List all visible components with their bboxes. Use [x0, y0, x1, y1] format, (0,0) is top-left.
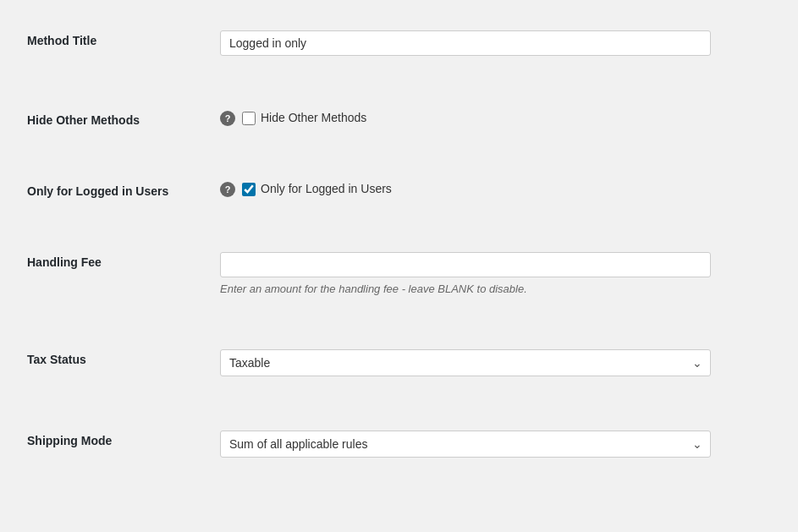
shipping-mode-input-cell: Sum of all applicable rules Minimum Maxi…	[206, 417, 778, 471]
handling-fee-description: Enter an amount for the handling fee - l…	[220, 282, 771, 295]
only-logged-in-help-icon[interactable]: ?	[220, 182, 235, 197]
hide-other-methods-row: Hide Other Methods ? Hide Other Methods	[20, 96, 778, 140]
only-logged-in-input-cell: ? Only for Logged in Users	[206, 167, 778, 211]
hide-other-methods-help-icon[interactable]: ?	[220, 111, 235, 126]
only-logged-in-checkbox-label[interactable]: Only for Logged in Users	[242, 181, 392, 198]
tax-status-select-wrapper: Taxable None ⌄	[220, 349, 711, 376]
hide-other-methods-label: Hide Other Methods	[20, 96, 206, 140]
settings-form: Method Title Hide Other Methods ? Hide O…	[20, 17, 778, 471]
shipping-mode-select-wrapper: Sum of all applicable rules Minimum Maxi…	[220, 431, 711, 458]
only-logged-in-row: Only for Logged in Users ? Only for Logg…	[20, 167, 778, 211]
shipping-mode-select[interactable]: Sum of all applicable rules Minimum Maxi…	[220, 431, 711, 458]
tax-status-row: Tax Status Taxable None ⌄	[20, 336, 778, 390]
handling-fee-label: Handling Fee	[20, 239, 206, 309]
method-title-input-cell	[206, 17, 778, 69]
hide-other-methods-checkbox-text: Hide Other Methods	[261, 110, 366, 127]
tax-status-select[interactable]: Taxable None	[220, 349, 711, 376]
only-logged-in-checkbox[interactable]	[242, 183, 256, 196]
method-title-row: Method Title	[20, 17, 778, 69]
handling-fee-input-cell: Enter an amount for the handling fee - l…	[206, 239, 778, 309]
only-logged-in-checkbox-row: ? Only for Logged in Users	[220, 181, 771, 198]
method-title-label: Method Title	[20, 17, 206, 69]
only-logged-in-label: Only for Logged in Users	[20, 167, 206, 211]
handling-fee-input[interactable]	[220, 252, 711, 277]
hide-other-methods-checkbox-label[interactable]: Hide Other Methods	[242, 110, 366, 127]
shipping-mode-label: Shipping Mode	[20, 417, 206, 471]
only-logged-in-checkbox-text: Only for Logged in Users	[261, 181, 392, 198]
hide-other-methods-checkbox[interactable]	[242, 112, 256, 125]
hide-other-methods-input-cell: ? Hide Other Methods	[206, 96, 778, 140]
handling-fee-row: Handling Fee Enter an amount for the han…	[20, 239, 778, 309]
hide-other-methods-checkbox-row: ? Hide Other Methods	[220, 110, 771, 127]
tax-status-input-cell: Taxable None ⌄	[206, 336, 778, 390]
method-title-input[interactable]	[220, 30, 711, 56]
shipping-mode-row: Shipping Mode Sum of all applicable rule…	[20, 417, 778, 471]
tax-status-label: Tax Status	[20, 336, 206, 390]
